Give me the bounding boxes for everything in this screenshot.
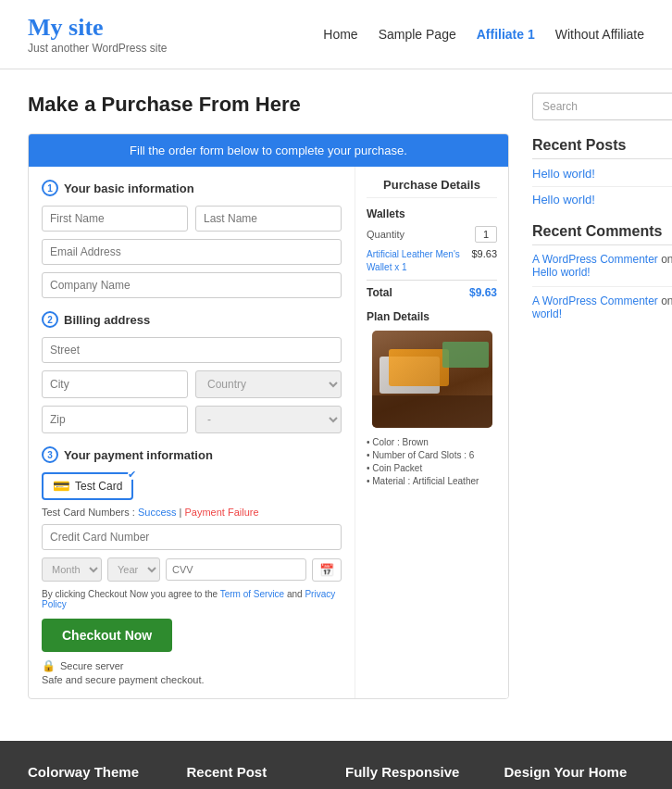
first-name-input[interactable] bbox=[42, 206, 188, 232]
product-name: Artificial Leather Men's Wallet x 1 bbox=[367, 248, 467, 274]
comment-on-text-2: on bbox=[661, 294, 672, 307]
details-section: Purchase Details Wallets Quantity 1 Arti… bbox=[355, 167, 508, 698]
failure-link[interactable]: Payment Failure bbox=[184, 507, 258, 518]
header: My site Just another WordPress site Home… bbox=[0, 0, 672, 69]
wallets-label: Wallets bbox=[367, 207, 497, 220]
qty-box: 1 bbox=[475, 226, 497, 243]
site-branding: My site Just another WordPress site bbox=[28, 14, 168, 55]
checkout-button[interactable]: Checkout Now bbox=[42, 619, 172, 652]
secure-sub: Safe and secure payment checkout. bbox=[42, 674, 342, 685]
footer-col2-title: Recent Post bbox=[187, 764, 328, 780]
total-label: Total bbox=[367, 286, 392, 299]
footer-col1-title: Colorway Theme bbox=[28, 764, 168, 780]
test-card-text: Test Card Numbers : bbox=[42, 507, 138, 518]
section2-label: Billing address bbox=[64, 313, 150, 327]
total-row: Total $9.63 bbox=[367, 280, 497, 299]
product-row: Artificial Leather Men's Wallet x 1 $9.6… bbox=[367, 248, 497, 274]
last-name-input[interactable] bbox=[195, 206, 342, 232]
zip-input[interactable] bbox=[42, 406, 188, 433]
country-select[interactable]: Country bbox=[195, 370, 342, 398]
recent-comments-section: Recent Comments A WordPress Commenter on… bbox=[532, 223, 672, 320]
comment-author-1[interactable]: A WordPress Commenter bbox=[532, 253, 658, 266]
comment-post-1[interactable]: Hello world! bbox=[532, 266, 591, 279]
year-select[interactable]: Year bbox=[107, 557, 160, 582]
comment-author-2[interactable]: A WordPress Commenter bbox=[532, 294, 658, 307]
qty-row: Quantity 1 bbox=[367, 226, 497, 243]
section2-header: 2 Billing address bbox=[42, 311, 342, 328]
credit-card-input[interactable] bbox=[42, 524, 342, 550]
check-icon: ✔ bbox=[128, 470, 136, 480]
secure-row: 🔒 Secure server bbox=[42, 659, 342, 672]
search-placeholder: Search bbox=[542, 100, 578, 113]
comment-1: A WordPress Commenter on on Hello world! bbox=[532, 253, 672, 287]
feature-3: • Coin Packet bbox=[367, 463, 497, 473]
secure-label: Secure server bbox=[60, 660, 123, 671]
terms-link[interactable]: Term of Service bbox=[220, 589, 284, 599]
card-button[interactable]: 💳 Test Card ✔ bbox=[42, 472, 133, 500]
credit-card-row bbox=[42, 524, 342, 550]
city-input[interactable] bbox=[42, 370, 188, 398]
section1-label: Your basic information bbox=[64, 182, 194, 195]
street-row bbox=[42, 337, 342, 363]
footer-col-1: Colorway Theme Footer is widgetized. To … bbox=[28, 764, 168, 789]
calendar-icon[interactable]: 📅 bbox=[312, 558, 342, 582]
company-row bbox=[42, 272, 342, 298]
footer: Colorway Theme Footer is widgetized. To … bbox=[0, 741, 672, 789]
section1-header: 1 Your basic information bbox=[42, 180, 342, 196]
footer-col-2: Recent Post Worth A Thousand Words Categ… bbox=[187, 764, 328, 789]
section3-header: 3 Your payment information bbox=[42, 446, 342, 463]
wallet-card2 bbox=[389, 349, 449, 386]
purchase-title: Purchase Details bbox=[367, 178, 497, 198]
content-area: Make a Purchase From Here Fill the order… bbox=[28, 93, 509, 699]
checkout-box: Fill the order form below to complete yo… bbox=[28, 133, 509, 699]
recent-comments-title: Recent Comments bbox=[532, 223, 672, 245]
feature-2: • Number of Card Slots : 6 bbox=[367, 450, 497, 460]
plan-features: • Color : Brown • Number of Card Slots :… bbox=[367, 437, 497, 486]
product-price: $9.63 bbox=[471, 248, 497, 274]
wallet-image bbox=[372, 331, 492, 428]
sidebar: Search 🔍 Recent Posts Hello world! Hello… bbox=[532, 93, 672, 699]
email-row bbox=[42, 239, 342, 265]
zip-state-row: - bbox=[42, 406, 342, 433]
nav-home[interactable]: Home bbox=[323, 27, 357, 42]
post-link-2[interactable]: Hello world! bbox=[532, 193, 672, 207]
qty-label: Quantity bbox=[367, 229, 404, 240]
footer-col3-title: Fully Responsive bbox=[345, 764, 486, 780]
section3-label: Your payment information bbox=[64, 448, 213, 462]
cvv-input[interactable] bbox=[166, 558, 306, 581]
nav-without-affiliate[interactable]: Without Affiliate bbox=[555, 27, 644, 42]
form-section: 1 Your basic information bbox=[29, 167, 355, 698]
name-row bbox=[42, 206, 342, 232]
circle-1: 1 bbox=[42, 180, 58, 196]
checkout-header: Fill the order form below to complete yo… bbox=[29, 134, 508, 167]
card-icon: 💳 bbox=[53, 478, 70, 495]
post-link-1[interactable]: Hello world! bbox=[532, 167, 672, 187]
recent-posts-section: Recent Posts Hello world! Hello world! bbox=[532, 137, 672, 207]
company-input[interactable] bbox=[42, 272, 342, 298]
wallet-body-bottom bbox=[372, 395, 492, 428]
comment-2: A WordPress Commenter on Hello world! bbox=[532, 294, 672, 320]
street-input[interactable] bbox=[42, 337, 342, 363]
month-year-cvv-row: Month Year 📅 bbox=[42, 557, 342, 582]
feature-4: • Material : Artificial Leather bbox=[367, 476, 497, 486]
page-title: Make a Purchase From Here bbox=[28, 93, 509, 117]
footer-col-4: Design Your Home Express your creativity… bbox=[504, 764, 645, 789]
wallet-money bbox=[442, 342, 489, 368]
comment-on-1: on bbox=[661, 253, 672, 266]
month-select[interactable]: Month bbox=[42, 557, 102, 582]
circle-3: 3 bbox=[42, 446, 58, 463]
footer-col4-title: Design Your Home bbox=[504, 764, 645, 780]
site-title: My site bbox=[28, 14, 168, 42]
lock-icon: 🔒 bbox=[42, 659, 56, 672]
site-tagline: Just another WordPress site bbox=[28, 42, 168, 55]
success-link[interactable]: Success bbox=[138, 507, 177, 518]
plan-title: Plan Details bbox=[367, 310, 497, 323]
test-card-info: Test Card Numbers : Success | Payment Fa… bbox=[42, 507, 342, 518]
feature-1: • Color : Brown bbox=[367, 437, 497, 447]
city-country-row: Country bbox=[42, 370, 342, 398]
state-select[interactable]: - bbox=[195, 406, 342, 433]
nav-sample-page[interactable]: Sample Page bbox=[379, 27, 456, 42]
nav-affiliate1[interactable]: Affiliate 1 bbox=[477, 27, 535, 42]
card-label: Test Card bbox=[75, 480, 122, 493]
email-input[interactable] bbox=[42, 239, 342, 265]
